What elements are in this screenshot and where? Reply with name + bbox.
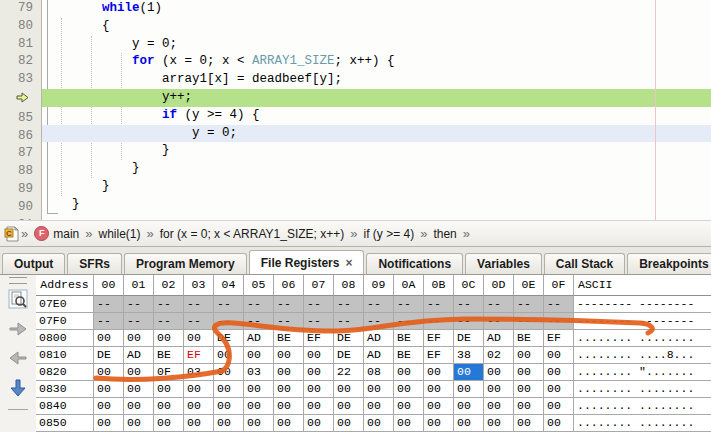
memory-cell[interactable]: 22 — [334, 364, 364, 381]
memory-cell[interactable]: -- — [334, 296, 364, 313]
memory-cell[interactable]: 00 — [514, 398, 544, 415]
memory-cell[interactable]: BE — [514, 330, 544, 347]
memory-cell[interactable]: -- — [484, 313, 514, 330]
memory-cell[interactable]: BE — [394, 347, 424, 364]
column-header[interactable]: 0D — [484, 275, 514, 296]
memory-cell[interactable]: 00 — [94, 398, 124, 415]
memory-cell[interactable]: -- — [454, 313, 484, 330]
line-number[interactable]: 89 — [0, 181, 41, 199]
memory-cell[interactable]: BE — [274, 330, 304, 347]
memory-cell[interactable]: 00 — [274, 364, 304, 381]
column-header[interactable]: 03 — [184, 275, 214, 296]
memory-cell[interactable]: 00 — [394, 364, 424, 381]
memory-cell[interactable]: 00 — [304, 398, 334, 415]
memory-cell[interactable]: 00 — [424, 415, 454, 432]
code-line[interactable]: y++; — [42, 89, 711, 107]
memory-cell[interactable]: -- — [394, 313, 424, 330]
address-cell[interactable]: 0800 — [36, 330, 94, 347]
memory-cell[interactable]: 00 — [244, 381, 274, 398]
memory-cell[interactable]: DE — [454, 330, 484, 347]
memory-cell[interactable]: -- — [214, 296, 244, 313]
find-icon[interactable] — [8, 289, 28, 313]
column-header[interactable]: 00 — [94, 275, 124, 296]
memory-cell[interactable]: -- — [94, 313, 124, 330]
address-cell[interactable]: 0840 — [36, 398, 94, 415]
memory-cell[interactable]: 00 — [484, 415, 514, 432]
memory-cell[interactable]: 00 — [154, 398, 184, 415]
memory-cell[interactable]: AD — [124, 347, 154, 364]
memory-cell[interactable]: 00 — [394, 415, 424, 432]
column-header[interactable]: 02 — [154, 275, 184, 296]
memory-cell[interactable]: 00 — [94, 330, 124, 347]
memory-cell[interactable]: 00 — [424, 381, 454, 398]
memory-cell[interactable]: -- — [424, 313, 454, 330]
column-header[interactable]: 09 — [364, 275, 394, 296]
memory-cell[interactable]: 00 — [184, 415, 214, 432]
memory-cell[interactable]: 00 — [544, 381, 574, 398]
column-header[interactable]: 08 — [334, 275, 364, 296]
memory-cell[interactable]: -- — [454, 296, 484, 313]
memory-cell[interactable]: EF — [424, 330, 454, 347]
line-number[interactable]: 82 — [0, 53, 41, 71]
breadcrumb-item[interactable]: Fmain — [29, 225, 84, 242]
tab-output[interactable]: Output — [2, 253, 65, 274]
memory-cell[interactable]: 00 — [94, 415, 124, 432]
memory-cell[interactable]: 03 — [244, 364, 274, 381]
tab-close-icon[interactable]: × — [345, 257, 352, 269]
memory-cell[interactable]: BE — [394, 330, 424, 347]
program-counter-arrow-icon[interactable] — [0, 92, 41, 110]
memory-cell[interactable]: 00 — [274, 347, 304, 364]
column-header[interactable]: 01 — [124, 275, 154, 296]
memory-cell[interactable]: 00 — [454, 415, 484, 432]
line-number[interactable]: 79 — [0, 0, 41, 18]
memory-cell[interactable]: AD — [364, 347, 394, 364]
memory-cell[interactable]: -- — [544, 313, 574, 330]
memory-cell[interactable]: DE — [94, 347, 124, 364]
memory-cell[interactable]: 00 — [514, 364, 544, 381]
address-cell[interactable]: 07E0 — [36, 296, 94, 313]
memory-cell[interactable]: 00 — [544, 347, 574, 364]
memory-cell[interactable]: 00 — [274, 415, 304, 432]
memory-cell[interactable]: 00 — [364, 398, 394, 415]
memory-cell[interactable]: 00 — [334, 415, 364, 432]
memory-cell[interactable]: -- — [244, 296, 274, 313]
column-header[interactable]: 0B — [424, 275, 454, 296]
column-header[interactable]: 0F — [544, 275, 574, 296]
address-cell[interactable]: 0830 — [36, 381, 94, 398]
line-number[interactable]: 87 — [0, 145, 41, 163]
memory-cell[interactable]: -- — [364, 313, 394, 330]
memory-cell[interactable]: BE — [154, 347, 184, 364]
memory-cell[interactable]: -- — [304, 296, 334, 313]
memory-cell[interactable]: 08 — [364, 364, 394, 381]
breadcrumb-item[interactable]: for (x = 0; x < ARRAY1_SIZE; x++) — [155, 226, 350, 242]
memory-cell[interactable]: 00 — [184, 330, 214, 347]
tab-call-stack[interactable]: Call Stack — [544, 253, 625, 274]
tab-sfrs[interactable]: SFRs — [67, 253, 122, 274]
memory-cell[interactable]: 00 — [124, 398, 154, 415]
memory-cell[interactable]: 00 — [214, 415, 244, 432]
address-cell[interactable]: 0820 — [36, 364, 94, 381]
memory-cell[interactable]: AD — [244, 330, 274, 347]
line-number[interactable]: 90 — [0, 199, 41, 217]
memory-cell[interactable]: 00 — [454, 364, 484, 381]
memory-cell[interactable]: -- — [274, 296, 304, 313]
memory-cell[interactable]: 0F — [154, 364, 184, 381]
memory-cell[interactable]: -- — [184, 313, 214, 330]
memory-cell[interactable]: 00 — [124, 415, 154, 432]
memory-cell[interactable]: 00 — [184, 381, 214, 398]
memory-cell[interactable]: 00 — [304, 347, 334, 364]
code-line[interactable]: } — [42, 160, 711, 178]
code-line[interactable]: for (x = 0; x < ARRAY1_SIZE; x++) { — [42, 53, 711, 71]
line-number[interactable]: 83 — [0, 71, 41, 89]
memory-cell[interactable]: 00 — [274, 398, 304, 415]
memory-cell[interactable]: 00 — [334, 381, 364, 398]
memory-cell[interactable]: 00 — [514, 415, 544, 432]
column-header[interactable]: 06 — [274, 275, 304, 296]
code-line[interactable]: if (y >= 4) { — [42, 107, 711, 125]
memory-cell[interactable]: 00 — [334, 398, 364, 415]
memory-cell[interactable]: 00 — [184, 398, 214, 415]
memory-cell[interactable]: -- — [424, 296, 454, 313]
memory-cell[interactable]: 00 — [394, 398, 424, 415]
memory-cell[interactable]: 00 — [424, 364, 454, 381]
column-header[interactable]: 05 — [244, 275, 274, 296]
